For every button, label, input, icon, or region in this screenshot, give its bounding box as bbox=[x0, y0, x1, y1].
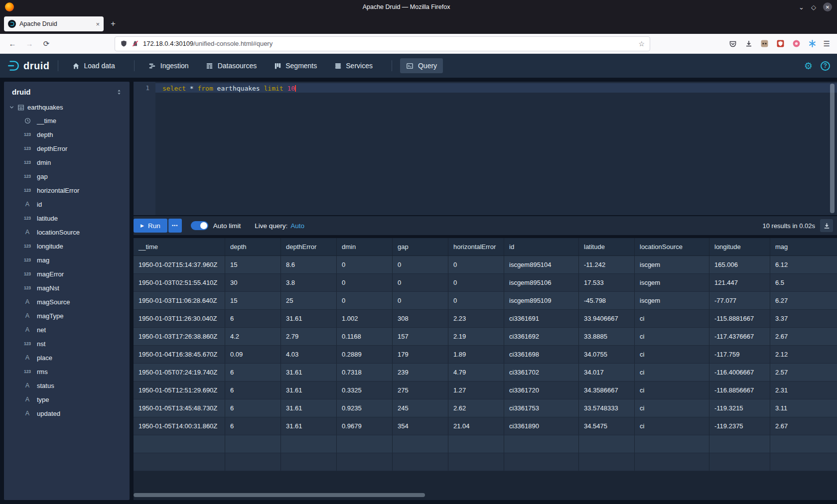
table-cell[interactable]: 121.447 bbox=[709, 274, 770, 291]
table-cell[interactable]: iscgem895104 bbox=[504, 256, 579, 273]
table-cell[interactable]: 30 bbox=[225, 274, 281, 291]
table-cell[interactable]: 0.9235 bbox=[337, 399, 393, 417]
live-query-value[interactable]: Auto bbox=[290, 222, 304, 230]
table-cell[interactable]: iscgem bbox=[635, 292, 709, 309]
table-cell[interactable]: ci3361720 bbox=[504, 381, 579, 399]
column-header-mag[interactable]: mag bbox=[770, 238, 837, 255]
table-cell[interactable]: 4.79 bbox=[448, 364, 504, 381]
table-cell[interactable]: 0.09 bbox=[225, 346, 281, 363]
table-cell[interactable]: 6.5 bbox=[770, 274, 837, 291]
new-tab-button[interactable]: + bbox=[111, 19, 116, 29]
table-cell[interactable]: ci bbox=[635, 346, 709, 363]
table-cell[interactable]: 34.5475 bbox=[579, 417, 635, 435]
sidebar-column-longitude[interactable]: 123longitude bbox=[4, 239, 130, 253]
downloads-icon[interactable] bbox=[744, 39, 754, 49]
table-cell[interactable]: ci bbox=[635, 310, 709, 327]
table-cell[interactable]: 3.37 bbox=[770, 310, 837, 327]
table-cell[interactable]: 0.9679 bbox=[337, 417, 393, 435]
table-cell[interactable]: 15 bbox=[225, 292, 281, 309]
table-cell[interactable]: ci bbox=[635, 328, 709, 345]
pocket-icon[interactable] bbox=[728, 39, 738, 49]
table-cell[interactable]: 1950-01-03T11:26:30.040Z bbox=[134, 310, 225, 327]
tampermonkey-extension-icon[interactable] bbox=[760, 39, 770, 49]
table-cell[interactable]: 179 bbox=[393, 346, 448, 363]
table-cell[interactable]: 3.8 bbox=[281, 274, 337, 291]
tab-close-icon[interactable]: × bbox=[96, 20, 100, 28]
table-cell[interactable]: ci3361691 bbox=[504, 310, 579, 327]
insecure-lock-icon[interactable] bbox=[132, 40, 139, 47]
table-cell[interactable]: -11.242 bbox=[579, 256, 635, 273]
table-cell[interactable]: iscgem bbox=[635, 256, 709, 273]
table-cell[interactable]: ci3361692 bbox=[504, 328, 579, 345]
table-cell[interactable]: 245 bbox=[393, 399, 448, 417]
table-cell[interactable]: 0.7318 bbox=[337, 364, 393, 381]
table-cell[interactable]: 3.11 bbox=[770, 399, 837, 417]
table-cell[interactable]: 31.61 bbox=[281, 417, 337, 435]
nav-ingestion[interactable]: Ingestion bbox=[142, 58, 195, 73]
url-bar[interactable]: 172.18.0.4:30109/unified-console.html#qu… bbox=[115, 36, 650, 51]
nav-datasources[interactable]: Datasources bbox=[200, 58, 263, 73]
table-cell[interactable]: iscgem895109 bbox=[504, 292, 579, 309]
sidebar-column-mag[interactable]: 123mag bbox=[4, 253, 130, 267]
table-cell[interactable]: -45.798 bbox=[579, 292, 635, 309]
forward-button[interactable]: → bbox=[22, 37, 37, 51]
table-cell[interactable]: 0 bbox=[337, 256, 393, 273]
table-cell[interactable]: 0.2889 bbox=[337, 346, 393, 363]
query-editor[interactable]: 1 select * from earthquakes limit 10 bbox=[134, 82, 837, 215]
blue-extension-icon[interactable] bbox=[808, 39, 818, 49]
table-cell[interactable]: 34.0755 bbox=[579, 346, 635, 363]
table-cell[interactable]: 0 bbox=[393, 256, 448, 273]
table-cell[interactable]: 6 bbox=[225, 381, 281, 399]
sidebar-column-gap[interactable]: 123gap bbox=[4, 169, 130, 183]
sidebar-column-depthError[interactable]: 123depthError bbox=[4, 141, 130, 155]
column-header-locationSource[interactable]: locationSource bbox=[635, 238, 709, 255]
table-cell[interactable]: iscgem895106 bbox=[504, 274, 579, 291]
sidebar-column-latitude[interactable]: 123latitude bbox=[4, 211, 130, 225]
table-cell[interactable]: 0 bbox=[337, 292, 393, 309]
sort-icon[interactable] bbox=[116, 89, 123, 96]
pink-extension-icon[interactable] bbox=[792, 39, 802, 49]
table-cell[interactable]: ci3361890 bbox=[504, 417, 579, 435]
tracking-protection-shield-icon[interactable] bbox=[120, 40, 128, 47]
table-cell[interactable]: iscgem bbox=[635, 274, 709, 291]
auto-limit-toggle[interactable] bbox=[191, 221, 208, 230]
table-cell[interactable]: 8.6 bbox=[281, 256, 337, 273]
window-close-icon[interactable]: ✕ bbox=[823, 2, 832, 11]
nav-load-data[interactable]: Load data bbox=[66, 58, 121, 73]
table-cell[interactable]: 4.2 bbox=[225, 328, 281, 345]
column-header-depthError[interactable]: depthError bbox=[281, 238, 337, 255]
column-header-latitude[interactable]: latitude bbox=[579, 238, 635, 255]
table-cell[interactable]: 1950-01-05T13:45:48.730Z bbox=[134, 399, 225, 417]
table-cell[interactable]: 6 bbox=[225, 364, 281, 381]
table-cell[interactable]: 1950-01-05T14:00:31.860Z bbox=[134, 417, 225, 435]
table-cell[interactable]: 21.04 bbox=[448, 417, 504, 435]
table-cell[interactable]: 0 bbox=[448, 274, 504, 291]
column-header-gap[interactable]: gap bbox=[393, 238, 448, 255]
table-cell[interactable]: 31.61 bbox=[281, 310, 337, 327]
menu-icon[interactable]: ☰ bbox=[824, 39, 830, 48]
table-cell[interactable]: 33.9406667 bbox=[579, 310, 635, 327]
sidebar-column-locationSource[interactable]: AlocationSource bbox=[4, 225, 130, 239]
table-cell[interactable]: 6.12 bbox=[770, 256, 837, 273]
column-header-id[interactable]: id bbox=[504, 238, 579, 255]
sidebar-column-__time[interactable]: __time bbox=[4, 114, 130, 127]
table-cell[interactable]: 308 bbox=[393, 310, 448, 327]
table-cell[interactable]: ci3361698 bbox=[504, 346, 579, 363]
table-cell[interactable]: ci3361702 bbox=[504, 364, 579, 381]
table-cell[interactable]: 275 bbox=[393, 381, 448, 399]
table-cell[interactable]: 1950-01-04T16:38:45.670Z bbox=[134, 346, 225, 363]
table-cell[interactable]: 1.89 bbox=[448, 346, 504, 363]
sidebar-column-nst[interactable]: 123nst bbox=[4, 337, 130, 351]
table-cell[interactable]: -119.3215 bbox=[709, 399, 770, 417]
help-icon[interactable]: ? bbox=[821, 61, 830, 71]
table-cell[interactable]: 6.27 bbox=[770, 292, 837, 309]
nav-services[interactable]: Services bbox=[328, 58, 379, 73]
settings-gear-icon[interactable]: ⚙ bbox=[804, 60, 813, 72]
table-cell[interactable]: -117.4376667 bbox=[709, 328, 770, 345]
table-cell[interactable]: -117.759 bbox=[709, 346, 770, 363]
sidebar-column-type[interactable]: Atype bbox=[4, 392, 130, 406]
sidebar-column-updated[interactable]: Aupdated bbox=[4, 406, 130, 420]
table-cell[interactable]: ci bbox=[635, 417, 709, 435]
sidebar-column-status[interactable]: Astatus bbox=[4, 378, 130, 392]
column-header-horizontalError[interactable]: horizontalError bbox=[448, 238, 504, 255]
